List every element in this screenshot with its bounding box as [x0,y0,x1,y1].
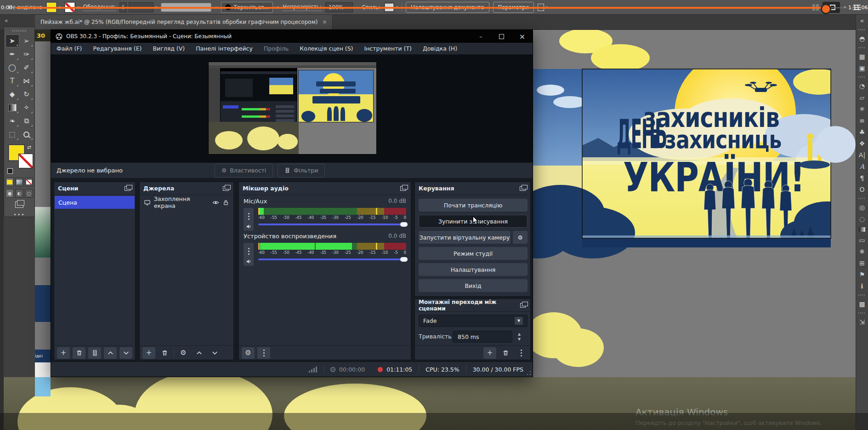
start-streaming-button[interactable]: Почати трансляцію [419,199,528,212]
menu-scene-collection[interactable]: Колекція сцен (S) [300,45,353,52]
zoom-tool[interactable] [20,128,34,141]
graphic-styles-panel-icon[interactable]: ▩ [859,301,865,307]
screen-mode-icon[interactable] [15,201,23,208]
mute-button[interactable] [244,222,254,231]
menu-tools[interactable]: Інструменти (T) [364,45,412,52]
pathfinder-panel-icon[interactable]: ▱ [860,94,865,101]
float-panel-icon[interactable] [223,186,229,191]
virtual-camera-settings-button[interactable]: ⚙ [513,231,528,244]
duration-stepper[interactable]: ▲▼ [515,331,523,343]
pen-tool[interactable]: ✒ [6,48,19,61]
character-panel-icon[interactable]: A| [859,152,865,158]
mic-volume-slider[interactable] [258,221,406,228]
none-mode-button[interactable] [25,178,33,186]
document-tab[interactable]: Пейзаж жб.ai* @ 25% (RGB/Попередній пере… [35,15,333,29]
playback-progress-bar[interactable] [16,7,824,9]
obs-title-bar[interactable]: OBS 30.2.3 - Профіль: Безымянный - Сцени… [51,30,533,43]
info-panel-icon[interactable]: ℹ [861,283,863,289]
advanced-audio-button[interactable]: ⚙ [242,347,255,359]
artboard-tool[interactable]: ⬚ [6,128,19,141]
paragraph-panel-icon[interactable]: ¶ [860,175,864,181]
appearance-panel-icon[interactable]: ◌ [859,216,865,222]
move-source-down-button[interactable] [208,347,221,359]
add-source-button[interactable]: + [142,347,155,359]
scene-list-item[interactable]: Сцена [55,196,135,209]
width-tool[interactable]: ⋈ [20,75,34,87]
swap-fill-stroke-icon[interactable]: ⇄ [27,144,31,150]
filters-button[interactable]: Фільтри [278,164,325,178]
layers-panel-icon[interactable]: ❖ [859,140,865,147]
draw-inside-button[interactable]: ○ [25,189,33,198]
color-mode-button[interactable] [6,178,14,186]
type-tool[interactable]: T [6,75,19,87]
slider-handle[interactable] [400,222,408,227]
float-panel-icon[interactable] [520,303,526,308]
mixer-menu-button[interactable] [257,347,270,359]
direct-selection-tool[interactable]: ➢ [20,34,34,47]
gradient-mode-button[interactable] [15,178,23,186]
maximize-button[interactable] [491,30,512,43]
shape-builder-tool[interactable]: ⧉ [20,115,34,127]
add-transition-button[interactable]: + [483,347,496,359]
exit-button[interactable]: Вихід [419,279,528,292]
lock-icon[interactable] [222,199,229,206]
float-panel-icon[interactable] [125,186,130,191]
remove-transition-button[interactable] [499,347,512,359]
default-fill-stroke-icon[interactable] [7,168,13,174]
move-scene-down-button[interactable] [119,347,132,359]
ellipse-tool[interactable]: ◯ [6,61,19,74]
minimize-button[interactable]: – [471,30,491,43]
export-panel-icon[interactable]: ⇲ [859,319,865,325]
swatches-panel-icon[interactable]: ▦ [859,53,865,60]
illustrator-canvas[interactable]: ДЕНЬ захисників і захисниць УКРАЇНИ! [533,29,856,430]
eye-icon[interactable] [212,199,219,206]
collapse-panels-icon[interactable]: « [860,17,864,24]
transition-properties-button[interactable] [515,347,528,359]
edit-toolbar-icon[interactable]: ••• [6,212,33,218]
eraser-tool[interactable]: ◆ [6,88,19,101]
menu-file[interactable]: Файл (F) [57,45,82,52]
stroke-panel-icon[interactable]: ≡ [859,117,865,124]
curvature-tool[interactable]: ✑ [20,48,34,61]
collapse-tools-icon[interactable]: « [5,17,8,24]
menu-edit[interactable]: Редагування (E) [93,45,142,52]
align-panel-icon[interactable]: ⚑ [859,271,865,278]
navigator-panel-icon[interactable]: ✵ [859,248,865,255]
selection-tool[interactable]: ➤ [6,34,19,47]
draw-normal-button[interactable]: ● [6,189,14,198]
move-scene-up-button[interactable] [104,347,117,359]
move-source-up-button[interactable] [193,347,205,359]
symbol-sprayer-tool[interactable]: ❧ [6,115,19,127]
remove-source-button[interactable] [158,347,171,359]
symbols-panel-icon[interactable]: ♣ [859,129,865,135]
brushes-panel-icon[interactable]: ✳ [859,106,865,112]
source-properties-button[interactable]: ⚙ [177,347,190,359]
settings-button[interactable]: Налаштування [419,263,528,276]
stroke-swatch[interactable] [18,154,33,168]
libraries-panel-icon[interactable]: ▣ [859,65,865,71]
resize-grip[interactable] [527,371,531,375]
opentype-panel-icon[interactable]: O [859,186,864,193]
source-list-item[interactable]: Захоплення екрана [140,196,233,209]
playback-scrubber-handle[interactable] [821,4,831,14]
gradient-panel-icon[interactable]: ◔ [859,83,865,89]
artboards-panel-icon[interactable]: ▭ [859,237,865,243]
draw-behind-button[interactable]: ◐ [15,189,23,198]
glyphs-panel-icon[interactable]: A [860,163,864,170]
desktop-volume-slider[interactable] [258,256,406,263]
menu-docks[interactable]: Панелі інтерфейсу [196,45,253,52]
paintbrush-tool[interactable]: ✐ [20,61,34,74]
eyedropper-tool[interactable]: ✧ [20,101,34,114]
menu-profile[interactable]: Профіль [264,45,289,52]
gradient-tool[interactable] [6,101,19,114]
close-button[interactable]: × [512,30,533,43]
rotate-tool[interactable]: ↻ [20,88,34,101]
scene-filters-button[interactable] [88,347,101,359]
add-scene-button[interactable]: + [57,347,70,359]
start-virtual-camera-button[interactable]: Запустити віртуальну камеру [419,231,511,244]
remove-scene-button[interactable] [73,347,85,359]
panel-grip[interactable] [12,30,26,32]
menu-help[interactable]: Довідка (H) [423,45,457,52]
mute-button[interactable] [244,257,254,266]
menu-view[interactable]: Вигляд (V) [153,45,185,52]
